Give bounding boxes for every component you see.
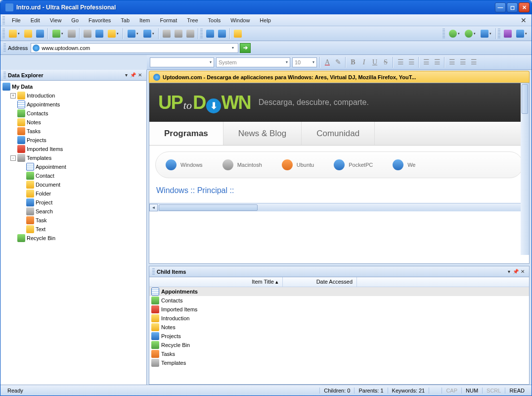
- list-item[interactable]: Recycle Bin: [149, 341, 529, 349]
- web-nav-item[interactable]: News & Blog: [223, 122, 302, 145]
- cut-button[interactable]: [82, 28, 93, 39]
- new-button[interactable]: ▾: [7, 28, 22, 39]
- menu-help[interactable]: Help: [255, 16, 276, 25]
- tree-item[interactable]: Imported Items: [1, 145, 145, 153]
- address-combo[interactable]: ▾: [31, 43, 238, 53]
- menu-go[interactable]: Go: [66, 16, 84, 25]
- menu-view[interactable]: View: [45, 16, 67, 25]
- os-item[interactable]: Ubuntu: [282, 159, 314, 170]
- tree-item[interactable]: Task: [1, 216, 145, 225]
- tree-root-label[interactable]: My Data: [12, 84, 33, 90]
- close-button[interactable]: ✕: [519, 2, 530, 12]
- pin-button[interactable]: 📌: [130, 72, 136, 78]
- underline-button[interactable]: U: [369, 57, 380, 68]
- menu-tools[interactable]: Tools: [203, 16, 226, 25]
- tree-expand-button[interactable]: [217, 28, 227, 39]
- expand-toggle[interactable]: -: [10, 155, 16, 161]
- save-button[interactable]: [35, 28, 45, 39]
- strike-button[interactable]: S: [380, 57, 391, 68]
- tree-item[interactable]: +Introduction: [1, 91, 145, 100]
- grip-icon[interactable]: [3, 44, 6, 52]
- dropdown-button[interactable]: ▾: [505, 269, 512, 274]
- list-item[interactable]: Appointments: [149, 287, 529, 296]
- layout-button[interactable]: [502, 28, 513, 39]
- size-combo[interactable]: 10▾: [292, 57, 317, 67]
- list-item[interactable]: Imported Items: [149, 305, 529, 314]
- filter-button[interactable]: [232, 28, 243, 39]
- menu-tab[interactable]: Tab: [116, 16, 134, 25]
- tree-item[interactable]: Recycle Bin: [1, 234, 145, 243]
- nav-forward-button[interactable]: ▾: [463, 28, 478, 39]
- mdi-close-button[interactable]: ✕: [518, 16, 530, 24]
- tree-item[interactable]: Project: [1, 198, 145, 207]
- tree-collapse-button[interactable]: [205, 28, 216, 39]
- nav-up-button[interactable]: ▾: [479, 28, 493, 39]
- scroll-left-button[interactable]: ◄: [149, 204, 158, 211]
- menu-item[interactable]: Item: [134, 16, 155, 25]
- maximize-button[interactable]: ◻: [507, 2, 518, 12]
- new-item-button[interactable]: ▾: [50, 28, 65, 39]
- align-left-button[interactable]: ☰: [446, 57, 457, 68]
- list-header[interactable]: Item Title ▴ Date Accessed: [149, 277, 529, 287]
- outdent-button[interactable]: ☰: [421, 57, 432, 68]
- grip-icon[interactable]: [498, 29, 500, 39]
- minimize-button[interactable]: —: [495, 2, 506, 12]
- nav-back-button[interactable]: ▾: [447, 28, 462, 39]
- os-item[interactable]: Windows: [166, 159, 203, 170]
- view-button[interactable]: ▾: [514, 28, 529, 39]
- os-item[interactable]: Macintosh: [222, 159, 262, 170]
- list-item[interactable]: Notes: [149, 323, 529, 332]
- grip-icon[interactable]: [2, 29, 5, 39]
- grip-icon[interactable]: [443, 29, 445, 39]
- list-view[interactable]: AppointmentsContactsImported ItemsIntrod…: [149, 287, 529, 384]
- os-item[interactable]: We: [393, 159, 415, 170]
- font-color-button[interactable]: A: [322, 57, 333, 68]
- tree-item[interactable]: Projects: [1, 136, 145, 145]
- copy-button[interactable]: [94, 28, 105, 39]
- list-item[interactable]: Templates: [149, 358, 529, 367]
- expand-toggle[interactable]: +: [10, 93, 16, 99]
- list-item[interactable]: Introduction: [149, 314, 529, 323]
- vertical-scrollbar[interactable]: [521, 83, 529, 255]
- address-input[interactable]: [42, 45, 229, 51]
- indent-button[interactable]: ☰: [432, 57, 443, 68]
- content-tab[interactable]: Uptodown.com - Descarga de aplicaciones …: [149, 71, 530, 83]
- highlight-button[interactable]: ✎: [333, 57, 344, 68]
- menu-edit[interactable]: Edit: [26, 16, 45, 25]
- dropdown-button[interactable]: ▾: [123, 72, 130, 78]
- bullets-button[interactable]: ☰: [395, 57, 406, 68]
- tree-item[interactable]: Folder: [1, 189, 145, 198]
- find-button[interactable]: [185, 28, 196, 39]
- list-item[interactable]: Projects: [149, 332, 529, 341]
- pin-button[interactable]: 📌: [512, 269, 519, 274]
- menu-file[interactable]: File: [7, 16, 26, 25]
- bold-button[interactable]: B: [348, 57, 358, 68]
- menu-format[interactable]: Format: [155, 16, 182, 25]
- print-button[interactable]: [66, 28, 77, 39]
- tree-item[interactable]: Appointment: [1, 162, 145, 171]
- menu-tree[interactable]: Tree: [182, 16, 203, 25]
- menu-window[interactable]: Window: [225, 16, 255, 25]
- tree-item[interactable]: Text: [1, 225, 145, 234]
- grip-icon[interactable]: [2, 16, 5, 24]
- tree-item[interactable]: Notes: [1, 118, 145, 127]
- list-item[interactable]: Contacts: [149, 296, 529, 305]
- paste-button[interactable]: ▾: [106, 28, 121, 39]
- redo-button[interactable]: ▾: [141, 28, 156, 39]
- go-button[interactable]: ➔: [240, 43, 251, 53]
- italic-button[interactable]: I: [358, 57, 369, 68]
- scroll-thumb[interactable]: [159, 204, 258, 211]
- grip-icon[interactable]: [200, 29, 203, 39]
- web-nav-item[interactable]: Comunidad: [302, 122, 375, 145]
- numbering-button[interactable]: ☰: [406, 57, 417, 68]
- tree-item[interactable]: -Templates: [1, 153, 145, 162]
- align-right-button[interactable]: ☰: [468, 57, 479, 68]
- tree-view[interactable]: My Data+IntroductionAppointmentsContacts…: [0, 81, 146, 385]
- horizontal-scrollbar[interactable]: ◄ ►: [149, 203, 529, 211]
- column-header[interactable]: Item Title ▴: [149, 277, 283, 287]
- link-button[interactable]: [161, 28, 172, 39]
- font-combo[interactable]: System▾: [216, 57, 290, 67]
- tree-item[interactable]: Search: [1, 207, 145, 216]
- grip-icon[interactable]: [3, 72, 6, 79]
- column-header[interactable]: Date Accessed: [283, 277, 357, 287]
